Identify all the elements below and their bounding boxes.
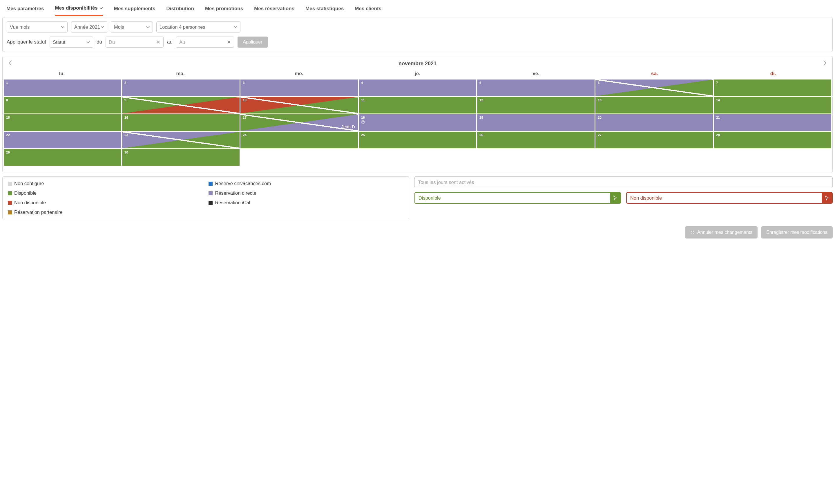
- days-input[interactable]: Tous les jours sont activés: [414, 176, 833, 188]
- swatch-partner: [8, 210, 12, 215]
- swatch-clev: [208, 182, 212, 186]
- date-from-placeholder: Du: [109, 39, 115, 45]
- calendar-cell[interactable]: 5: [477, 80, 594, 96]
- calendar-cell[interactable]: 29: [4, 149, 121, 166]
- calendar-grid: 1234567891011121314151617Jean D18?192021…: [3, 80, 832, 166]
- calendar-cell[interactable]: 9: [122, 97, 240, 114]
- calendar-cell[interactable]: 3: [241, 80, 358, 96]
- chevron-right-icon: [822, 60, 827, 66]
- calendar-cell[interactable]: 13: [595, 97, 713, 114]
- day-number: 21: [716, 116, 720, 119]
- year-select[interactable]: Année 2021: [71, 21, 107, 33]
- undo-icon: [690, 230, 695, 235]
- day-number: 2: [124, 81, 126, 84]
- tab-parametres[interactable]: Mes paramètres: [6, 5, 44, 16]
- clear-to-icon[interactable]: ✕: [227, 39, 231, 45]
- calendar-cell[interactable]: 7: [714, 80, 831, 96]
- cancel-changes-label: Annuler mes changements: [697, 230, 752, 235]
- prev-month-button[interactable]: [8, 60, 13, 67]
- status-select[interactable]: Statut: [49, 37, 93, 47]
- to-label: au: [167, 39, 172, 45]
- calendar-cell[interactable]: 10: [241, 97, 358, 114]
- swatch-notconf: [8, 182, 12, 186]
- tab-disponibilites[interactable]: Mes disponibilités: [55, 5, 103, 16]
- tab-statistiques[interactable]: Mes statistiques: [305, 5, 344, 16]
- date-from-input[interactable]: Du ✕: [106, 37, 164, 47]
- calendar-cell[interactable]: 4: [359, 80, 476, 96]
- calendar-cell[interactable]: 30: [122, 149, 240, 166]
- tab-promotions[interactable]: Mes promotions: [205, 5, 243, 16]
- day-number: 24: [243, 133, 246, 137]
- swatch-ical: [208, 201, 212, 205]
- chevron-down-icon: [86, 40, 90, 44]
- month-select[interactable]: Mois: [111, 21, 153, 33]
- calendar-cell[interactable]: 26: [477, 132, 594, 148]
- tab-distribution[interactable]: Distribution: [166, 5, 194, 16]
- swatch-avail: [8, 191, 12, 195]
- tab-bar: Mes paramètres Mes disponibilités Mes su…: [2, 0, 833, 16]
- calendar-cell[interactable]: 2: [122, 80, 240, 96]
- calendar-cell[interactable]: 25: [359, 132, 476, 148]
- dow-label: me.: [240, 71, 358, 77]
- day-number: 29: [6, 150, 10, 154]
- tab-supplements[interactable]: Mes suppléments: [114, 5, 156, 16]
- calendar-cell[interactable]: 14: [714, 97, 831, 114]
- calendar-cell[interactable]: 16: [122, 114, 240, 131]
- dow-row: lu.ma.me.je.ve.sa.di.: [3, 69, 832, 80]
- calendar-cell[interactable]: 22: [4, 132, 121, 148]
- day-number: 1: [6, 81, 8, 84]
- set-unavailable-label: Non disponible: [627, 193, 822, 203]
- day-number: 3: [243, 81, 244, 84]
- year-select-value: Année 2021: [74, 24, 100, 30]
- location-select[interactable]: Location 4 personnes: [156, 21, 241, 33]
- calendar-cell[interactable]: 17Jean D: [241, 114, 358, 131]
- swatch-unavail: [8, 201, 12, 205]
- calendar-cell[interactable]: 20: [595, 114, 713, 131]
- calendar-cell[interactable]: 24: [241, 132, 358, 148]
- set-unavailable-button[interactable]: Non disponible: [626, 192, 833, 204]
- dow-label: sa.: [595, 71, 714, 77]
- set-available-label: Disponible: [415, 193, 610, 203]
- info-icon[interactable]: ?: [361, 120, 365, 124]
- cursor-icon: [822, 193, 832, 203]
- calendar-cell[interactable]: 19: [477, 114, 594, 131]
- day-number: 12: [480, 98, 483, 102]
- apply-button[interactable]: Appliquer: [238, 37, 268, 47]
- calendar-cell[interactable]: 21: [714, 114, 831, 131]
- day-number: 11: [361, 98, 365, 102]
- next-month-button[interactable]: [822, 60, 827, 67]
- view-select-value: Vue mois: [10, 24, 29, 30]
- cancel-changes-button[interactable]: Annuler mes changements: [685, 226, 757, 239]
- legend-unavail: Non disponible: [8, 200, 203, 205]
- calendar-panel: novembre 2021 lu.ma.me.je.ve.sa.di. 1234…: [2, 56, 833, 173]
- cursor-icon: [610, 193, 620, 203]
- day-number: 10: [243, 98, 246, 102]
- legend-direct: Réservation directe: [208, 190, 403, 196]
- tab-clients[interactable]: Mes clients: [355, 5, 381, 16]
- day-number: 13: [598, 98, 602, 102]
- calendar-cell[interactable]: 8: [4, 97, 121, 114]
- calendar-cell[interactable]: 28: [714, 132, 831, 148]
- date-to-input[interactable]: Au ✕: [176, 37, 234, 47]
- calendar-cell[interactable]: 23: [122, 132, 240, 148]
- day-number: 27: [598, 133, 602, 137]
- tab-reservations[interactable]: Mes réservations: [254, 5, 294, 16]
- chevron-down-icon: [100, 6, 103, 10]
- calendar-cell[interactable]: 6: [595, 80, 713, 96]
- calendar-cell[interactable]: 18?: [359, 114, 476, 131]
- calendar-cell[interactable]: 15: [4, 114, 121, 131]
- clear-from-icon[interactable]: ✕: [156, 39, 160, 45]
- calendar-cell[interactable]: 11: [359, 97, 476, 114]
- save-changes-button[interactable]: Enregistrer mes modifications: [761, 226, 833, 239]
- day-number: 28: [716, 133, 720, 137]
- days-placeholder: Tous les jours sont activés: [418, 180, 474, 185]
- set-available-button[interactable]: Disponible: [414, 192, 621, 204]
- view-select[interactable]: Vue mois: [7, 21, 67, 33]
- calendar-cell[interactable]: 27: [595, 132, 713, 148]
- calendar-cell[interactable]: 12: [477, 97, 594, 114]
- day-number: 16: [124, 116, 128, 119]
- day-number: 15: [6, 116, 10, 119]
- calendar-cell[interactable]: 1: [4, 80, 121, 96]
- day-number: 30: [124, 150, 128, 154]
- day-number: 7: [716, 81, 718, 84]
